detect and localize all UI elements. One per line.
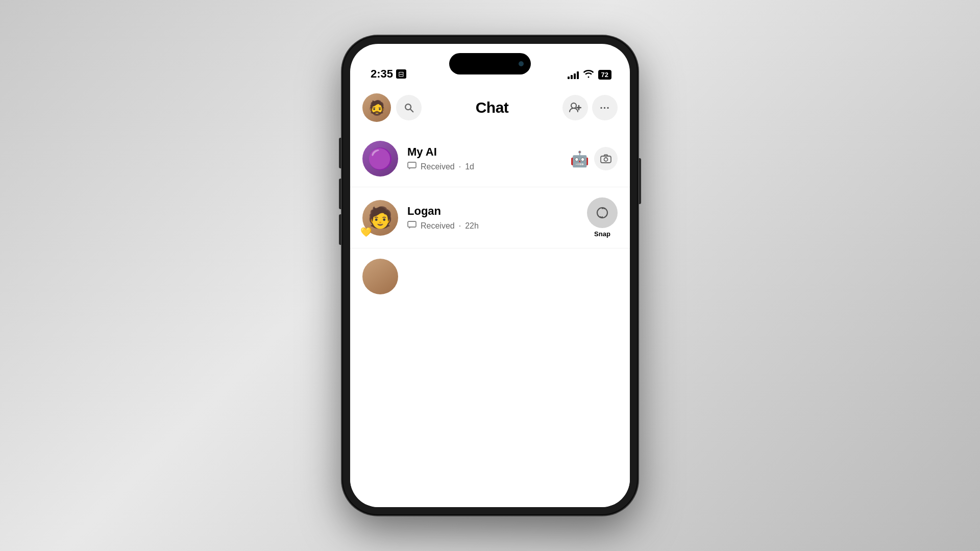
dynamic-island [449, 53, 531, 74]
chat-bubble-icon-logan [407, 221, 416, 231]
svg-point-7 [604, 158, 608, 161]
battery-level: 72 [601, 71, 608, 79]
snap-label: Snap [594, 230, 610, 238]
phone-wrapper: 2:35 ⊟ [342, 36, 638, 515]
phone-screen: 2:35 ⊟ [350, 44, 630, 507]
logan-avatar: 🧑 💛 [362, 200, 398, 236]
snap-button[interactable]: Snap [587, 197, 618, 238]
svg-rect-5 [408, 162, 416, 168]
chat-list: 🟣 My AI Received · [350, 131, 630, 507]
chat-item-partial[interactable] [350, 248, 630, 305]
signal-bar-3 [574, 73, 576, 79]
user-avatar[interactable]: 🧔 [362, 93, 391, 122]
my-ai-status: Received · 1d [407, 162, 570, 172]
logan-status: Received · 22h [407, 221, 587, 231]
logan-info: Logan Received · 22h [407, 205, 587, 231]
signal-bars [568, 71, 579, 79]
my-ai-name: My AI [407, 145, 570, 159]
logan-actions: Snap [587, 197, 618, 238]
dynamic-island-dot [519, 61, 524, 66]
chat-bubble-icon [407, 162, 416, 172]
status-right: 72 [568, 69, 611, 81]
my-ai-avatar: 🟣 [362, 141, 398, 177]
heart-badge: 💛 [360, 227, 372, 238]
robot-icon: 🤖 [570, 150, 589, 168]
chat-item-logan[interactable]: 🧑 💛 Logan Received [350, 187, 630, 248]
camera-button-ai[interactable] [594, 147, 618, 170]
logan-name: Logan [407, 205, 587, 218]
add-friend-button[interactable] [562, 95, 588, 120]
status-time: 2:35 ⊟ [371, 67, 406, 81]
svg-rect-8 [408, 221, 416, 227]
svg-rect-6 [601, 156, 611, 163]
svg-line-1 [410, 109, 413, 112]
my-ai-info: My AI Received · 1d [407, 145, 570, 172]
more-options-button[interactable]: ··· [592, 95, 618, 120]
my-ai-actions: 🤖 [570, 147, 618, 170]
wifi-icon [583, 69, 594, 81]
chat-item-my-ai[interactable]: 🟣 My AI Received · [350, 131, 630, 187]
lock-icon: ⊟ [396, 69, 406, 79]
phone-frame: 2:35 ⊟ [342, 36, 638, 515]
svg-point-2 [571, 103, 576, 108]
page-title: Chat [422, 99, 562, 116]
snap-circle [587, 197, 618, 228]
chat-header: 🧔 Chat [350, 85, 630, 131]
time-display: 2:35 [371, 67, 393, 81]
partial-avatar [362, 259, 398, 294]
battery-indicator: 72 [598, 70, 611, 80]
signal-bar-2 [571, 75, 573, 79]
search-button[interactable] [396, 95, 422, 120]
signal-bar-4 [577, 71, 579, 79]
signal-bar-1 [568, 77, 570, 79]
